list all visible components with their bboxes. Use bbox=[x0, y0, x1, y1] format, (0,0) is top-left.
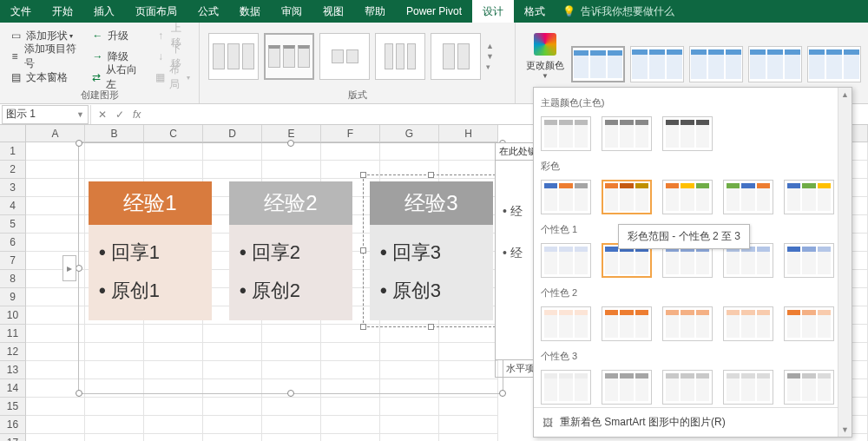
resize-handle[interactable] bbox=[76, 140, 82, 147]
color-scheme-thumb[interactable] bbox=[541, 243, 591, 278]
menu-文件[interactable]: 文件 bbox=[0, 0, 42, 23]
col-header-G[interactable]: G bbox=[380, 125, 439, 142]
cell[interactable] bbox=[144, 434, 203, 441]
cell[interactable] bbox=[262, 416, 321, 434]
cell[interactable] bbox=[203, 416, 262, 434]
cell[interactable] bbox=[852, 288, 868, 306]
add-bullet-button[interactable]: ≡添加项目符号 bbox=[5, 47, 82, 66]
cell[interactable] bbox=[852, 343, 868, 361]
color-scheme-thumb[interactable] bbox=[541, 116, 591, 151]
cell[interactable] bbox=[26, 234, 85, 252]
color-scheme-thumb[interactable] bbox=[602, 180, 652, 214]
cell[interactable] bbox=[852, 142, 868, 161]
row-header-4[interactable]: 4 bbox=[0, 197, 26, 215]
cell[interactable] bbox=[203, 398, 262, 416]
cell[interactable] bbox=[852, 398, 868, 416]
menu-Power Pivot[interactable]: Power Pivot bbox=[396, 0, 472, 23]
cell[interactable] bbox=[26, 361, 85, 379]
menu-格式[interactable]: 格式 bbox=[514, 0, 556, 23]
cell[interactable] bbox=[26, 434, 85, 441]
cell[interactable] bbox=[26, 416, 85, 434]
row-header-8[interactable]: 8 bbox=[0, 270, 26, 288]
cell[interactable] bbox=[852, 325, 868, 343]
cell[interactable] bbox=[144, 416, 203, 434]
cell[interactable] bbox=[439, 434, 498, 441]
row-header-7[interactable]: 7 bbox=[0, 252, 26, 270]
cell[interactable] bbox=[852, 215, 868, 234]
menu-帮助[interactable]: 帮助 bbox=[354, 0, 396, 23]
rtl-button[interactable]: ⇄从右向左 bbox=[87, 68, 145, 87]
cell[interactable] bbox=[26, 288, 85, 306]
smartart-style-thumb[interactable] bbox=[689, 46, 743, 82]
change-colors-button[interactable]: 更改颜色 ▼ bbox=[521, 26, 569, 87]
gallery-up[interactable]: ▲ bbox=[486, 42, 494, 50]
row-header-9[interactable]: 9 bbox=[0, 288, 26, 306]
cell[interactable] bbox=[26, 398, 85, 416]
cell[interactable] bbox=[852, 197, 868, 215]
cell[interactable] bbox=[85, 416, 144, 434]
layout-thumb-2[interactable] bbox=[264, 33, 314, 80]
row-header-2[interactable]: 2 bbox=[0, 161, 26, 179]
cell[interactable] bbox=[852, 179, 868, 197]
cell[interactable] bbox=[852, 434, 868, 441]
cell[interactable] bbox=[26, 179, 85, 197]
cell[interactable] bbox=[26, 215, 85, 234]
menu-页面布局[interactable]: 页面布局 bbox=[125, 0, 187, 23]
cell[interactable] bbox=[852, 306, 868, 325]
col-header-partial[interactable] bbox=[852, 125, 868, 142]
resize-handle[interactable] bbox=[287, 140, 294, 147]
gallery-more[interactable]: ▾ bbox=[486, 63, 494, 71]
cell[interactable] bbox=[852, 252, 868, 270]
row-header-6[interactable]: 6 bbox=[0, 234, 26, 252]
row-header-11[interactable]: 11 bbox=[0, 325, 26, 343]
row-header-17[interactable]: 17 bbox=[0, 434, 26, 441]
color-scheme-thumb[interactable] bbox=[602, 116, 652, 151]
color-scheme-thumb[interactable] bbox=[784, 370, 834, 405]
menu-视图[interactable]: 视图 bbox=[312, 0, 354, 23]
menu-开始[interactable]: 开始 bbox=[42, 0, 83, 23]
menu-数据[interactable]: 数据 bbox=[229, 0, 271, 23]
menu-公式[interactable]: 公式 bbox=[187, 0, 229, 23]
cell[interactable] bbox=[852, 234, 868, 252]
row-header-10[interactable]: 10 bbox=[0, 306, 26, 325]
color-scheme-thumb[interactable] bbox=[662, 116, 713, 151]
color-scheme-thumb[interactable] bbox=[541, 180, 591, 214]
cell[interactable] bbox=[439, 398, 498, 416]
color-scheme-thumb[interactable] bbox=[784, 180, 834, 214]
layout-thumb-5[interactable] bbox=[431, 33, 481, 80]
row-header-12[interactable]: 12 bbox=[0, 343, 26, 361]
color-scheme-thumb[interactable] bbox=[602, 306, 652, 341]
cell[interactable] bbox=[380, 416, 439, 434]
row-header-13[interactable]: 13 bbox=[0, 361, 26, 379]
color-scheme-thumb[interactable] bbox=[662, 306, 713, 341]
cell[interactable] bbox=[26, 325, 85, 343]
scroll-down-icon[interactable]: ▼ bbox=[838, 423, 852, 437]
cell[interactable] bbox=[321, 434, 380, 441]
dropdown-scrollbar[interactable]: ▲ ▼ bbox=[838, 88, 852, 437]
color-scheme-thumb[interactable] bbox=[602, 370, 652, 405]
smartart-card[interactable]: 经验3回享3原创3 bbox=[370, 181, 493, 320]
cell[interactable] bbox=[26, 343, 85, 361]
name-box[interactable]: 图示 1 ▼ bbox=[2, 105, 89, 124]
text-pane-button[interactable]: ▤文本窗格 bbox=[5, 68, 82, 87]
color-scheme-thumb[interactable] bbox=[662, 180, 713, 214]
smartart-style-thumb[interactable] bbox=[571, 46, 625, 82]
color-scheme-thumb[interactable] bbox=[784, 306, 834, 341]
cell[interactable] bbox=[321, 398, 380, 416]
color-scheme-thumb[interactable] bbox=[784, 243, 834, 278]
cell[interactable] bbox=[203, 434, 262, 441]
recolor-picture-button[interactable]: 🖼 重新着色 SmartArt 图形中的图片(R) bbox=[534, 407, 852, 437]
col-header-H[interactable]: H bbox=[439, 125, 498, 142]
col-header-B[interactable]: B bbox=[85, 125, 144, 142]
cell[interactable] bbox=[85, 434, 144, 441]
resize-handle[interactable] bbox=[76, 390, 82, 397]
color-scheme-thumb[interactable] bbox=[723, 370, 773, 405]
text-pane-toggle[interactable]: ▸ bbox=[62, 255, 76, 281]
cell[interactable] bbox=[144, 398, 203, 416]
resize-handle[interactable] bbox=[76, 265, 82, 272]
cell[interactable] bbox=[262, 398, 321, 416]
select-all-corner[interactable] bbox=[0, 125, 26, 142]
layout-thumb-1[interactable] bbox=[208, 33, 259, 80]
row-header-16[interactable]: 16 bbox=[0, 416, 26, 434]
col-header-F[interactable]: F bbox=[321, 125, 380, 142]
